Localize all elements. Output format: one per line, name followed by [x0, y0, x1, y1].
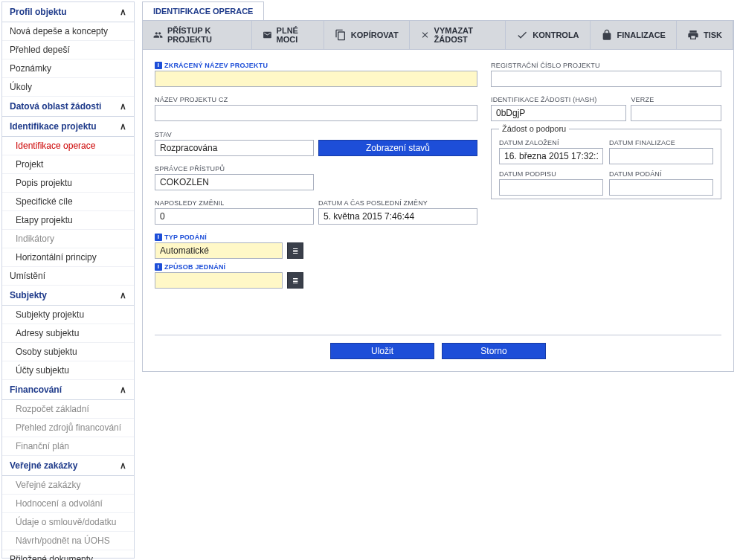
check-icon — [516, 29, 528, 41]
label-datum-zalozeni: DATUM ZALOŽENÍ — [499, 139, 603, 147]
label-zkraceny: iZKRÁCENÝ NÁZEV PROJEKTU — [155, 62, 477, 69]
sidebar-item-indikatory[interactable]: Indikátory — [2, 230, 134, 248]
sidebar-item-prehled-depesi[interactable]: Přehled depeší — [2, 41, 134, 59]
list-icon: ≣ — [292, 277, 298, 285]
input-verze[interactable] — [631, 105, 721, 121]
label-zpusob: iZPŮSOB JEDNÁNÍ — [155, 263, 283, 271]
input-spravce[interactable] — [155, 174, 314, 190]
tab-identifikace[interactable]: IDENTIFIKACE OPERACE — [142, 1, 264, 20]
input-typ-podani[interactable] — [155, 242, 283, 259]
label-spravce: SPRÁVCE PŘÍSTUPŮ — [155, 165, 314, 173]
sidebar-item-ucty[interactable]: Účty subjektu — [2, 361, 134, 380]
sidebar-item-poznamky[interactable]: Poznámky — [2, 59, 134, 78]
copy-icon — [335, 29, 347, 41]
sidebar-item-identifikace-operace[interactable]: Identifikace operace — [2, 137, 134, 155]
mail-icon — [263, 29, 272, 41]
sidebar-section-label: Datová oblast žádosti — [10, 101, 101, 112]
input-zpusob-jednani[interactable] — [155, 272, 283, 289]
sidebar-section-label: Profil objektu — [10, 7, 67, 17]
sidebar-item-finplan[interactable]: Finanční plán — [2, 437, 134, 456]
label-nazev-cz: NÁZEV PROJEKTU CZ — [155, 96, 477, 103]
tool-label: VYMAZAT ŽÁDOST — [434, 26, 495, 44]
tool-label: PŘÍSTUP K PROJEKTU — [167, 26, 241, 44]
tool-label: FINALIZACE — [617, 30, 666, 39]
chevron-up-icon: ∧ — [120, 101, 126, 112]
input-zkraceny-nazev[interactable] — [155, 71, 477, 87]
save-button[interactable]: Uložit — [330, 343, 434, 359]
sidebar-item-rozpocet[interactable]: Rozpočet základní — [2, 400, 134, 419]
sidebar-section-label: Identifikace projektu — [10, 121, 97, 132]
tabbar: IDENTIFIKACE OPERACE — [142, 1, 734, 21]
tool-label: PLNÉ MOCI — [277, 26, 313, 44]
sidebar-item-horizontalni[interactable]: Horizontální principy — [2, 248, 134, 267]
input-naposledy-zmenil[interactable] — [155, 208, 314, 225]
sidebar-section-financovani[interactable]: Financování ∧ — [2, 380, 134, 400]
form-actions: Uložit Storno — [155, 335, 721, 359]
input-datum-finalizace[interactable] — [609, 148, 713, 164]
tool-vymazat[interactable]: VYMAZAT ŽÁDOST — [410, 21, 506, 49]
tool-tisk[interactable]: TISK — [677, 21, 733, 49]
sidebar-item-dokumenty[interactable]: Přiložené dokumenty — [2, 550, 134, 560]
label-datum-finalizace: DATUM FINALIZACE — [609, 139, 713, 147]
label-reg-cislo: REGISTRAČNÍ ČÍSLO PROJEKTU — [491, 62, 721, 69]
chevron-up-icon: ∧ — [120, 460, 126, 471]
label-datum-zmeny: DATUM A ČAS POSLEDNÍ ZMĚNY — [318, 199, 477, 207]
sidebar-item-etapy[interactable]: Etapy projektu — [2, 211, 134, 230]
sidebar-item-zdroje[interactable]: Přehled zdrojů financování — [2, 419, 134, 437]
main-area: IDENTIFIKACE OPERACE PŘÍSTUP K PROJEKTU … — [136, 0, 740, 560]
label-stav: STAV — [155, 131, 314, 138]
fieldset-legend: Žádost o podporu — [499, 124, 569, 133]
sidebar-item-osoby[interactable]: Osoby subjektu — [2, 343, 134, 361]
sidebar-section-profil[interactable]: Profil objektu ∧ — [2, 2, 134, 22]
sidebar-item-navrh[interactable]: Návrh/podnět na ÚOHS — [2, 532, 134, 550]
lock-icon — [601, 29, 613, 41]
sidebar-section-subjekty[interactable]: Subjekty ∧ — [2, 286, 134, 306]
lookup-zpusob-button[interactable]: ≣ — [287, 272, 303, 289]
label-datum-podani: DATUM PODÁNÍ — [609, 170, 713, 178]
sidebar-item-ukoly[interactable]: Úkoly — [2, 78, 134, 97]
sidebar-item-hodnoceni[interactable]: Hodnocení a odvolání — [2, 495, 134, 513]
sidebar-item-subjekty-projektu[interactable]: Subjekty projektu — [2, 306, 134, 324]
chevron-up-icon: ∧ — [120, 384, 126, 395]
tool-kontrola[interactable]: KONTROLA — [506, 21, 590, 49]
form-area: iZKRÁCENÝ NÁZEV PROJEKTU REGISTRAČNÍ ČÍS… — [142, 50, 734, 372]
sidebar-item-verejne[interactable]: Veřejné zakázky — [2, 476, 134, 495]
lookup-typ-podani-button[interactable]: ≣ — [287, 242, 303, 259]
sidebar-section-identifikace[interactable]: Identifikace projektu ∧ — [2, 117, 134, 137]
sidebar: Profil objektu ∧ Nová depeše a koncepty … — [1, 1, 135, 559]
delete-icon — [420, 29, 430, 41]
chevron-up-icon: ∧ — [120, 121, 126, 132]
tool-finalizace[interactable]: FINALIZACE — [591, 21, 677, 49]
input-datum-zalozeni[interactable] — [499, 148, 603, 164]
sidebar-section-label: Subjekty — [10, 290, 47, 300]
tool-plnemoci[interactable]: PLNÉ MOCI — [252, 21, 324, 49]
sidebar-item-umisteni[interactable]: Umístění — [2, 267, 134, 286]
sidebar-section-label: Veřejné zakázky — [10, 460, 77, 471]
input-datum-zmeny[interactable] — [318, 208, 477, 225]
tool-kopirovat[interactable]: KOPÍROVAT — [324, 21, 410, 49]
input-stav[interactable] — [155, 140, 314, 156]
button-zobrazeni-stavu[interactable]: Zobrazení stavů — [318, 140, 477, 156]
chevron-up-icon: ∧ — [120, 290, 126, 300]
sidebar-item-popis[interactable]: Popis projektu — [2, 174, 134, 193]
chevron-up-icon: ∧ — [120, 7, 126, 17]
sidebar-item-smlouva[interactable]: Údaje o smlouvě/dodatku — [2, 513, 134, 532]
sidebar-section-datova[interactable]: Datová oblast žádosti ∧ — [2, 97, 134, 117]
cancel-button[interactable]: Storno — [442, 343, 546, 359]
people-icon — [153, 29, 163, 41]
input-reg-cislo[interactable] — [491, 71, 721, 87]
label-verze: VERZE — [631, 96, 721, 103]
sidebar-item-adresy[interactable]: Adresy subjektu — [2, 324, 134, 343]
input-datum-podpisu[interactable] — [499, 179, 603, 196]
sidebar-item-cile[interactable]: Specifické cíle — [2, 193, 134, 211]
tool-pristup[interactable]: PŘÍSTUP K PROJEKTU — [143, 21, 252, 49]
label-datum-podpisu: DATUM PODPISU — [499, 170, 603, 178]
sidebar-section-label: Financování — [10, 384, 62, 395]
sidebar-item-nova-depese[interactable]: Nová depeše a koncepty — [2, 22, 134, 41]
toolbar: PŘÍSTUP K PROJEKTU PLNÉ MOCI KOPÍROVAT V… — [142, 21, 734, 50]
input-hash[interactable] — [491, 105, 626, 121]
input-datum-podani[interactable] — [609, 179, 713, 196]
sidebar-item-projekt[interactable]: Projekt — [2, 155, 134, 174]
sidebar-section-verej[interactable]: Veřejné zakázky ∧ — [2, 456, 134, 476]
input-nazev-cz[interactable] — [155, 105, 477, 121]
